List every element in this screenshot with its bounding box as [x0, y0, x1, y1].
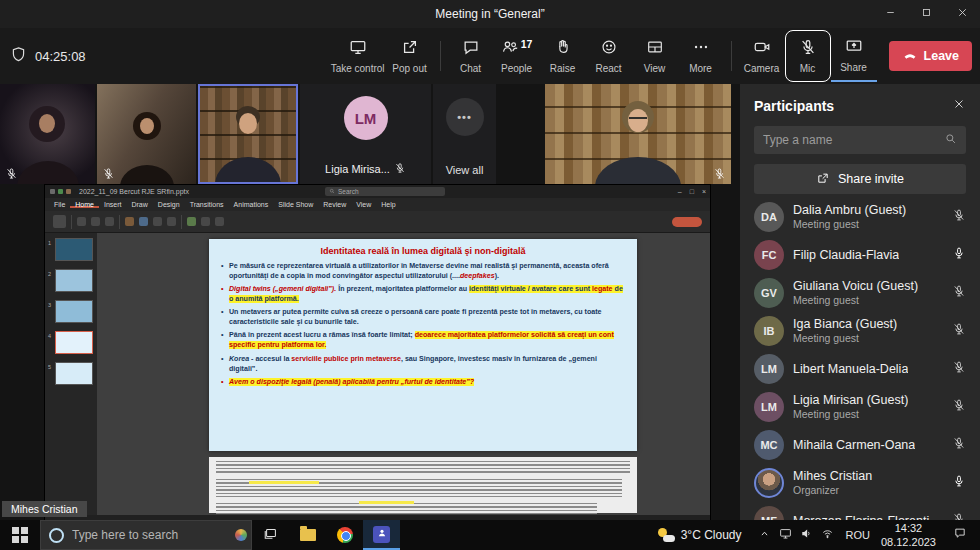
ribbon-tool[interactable] — [53, 215, 66, 228]
video-tile-participant-6[interactable] — [545, 84, 731, 184]
react-label: React — [595, 63, 621, 74]
tray-expand-icon[interactable] — [758, 526, 771, 544]
participant-avatar: IB — [754, 316, 784, 346]
ribbon-tool[interactable] — [105, 217, 114, 226]
ppt-window-controls[interactable]: –□× — [678, 185, 706, 198]
file-explorer-button[interactable] — [289, 520, 326, 550]
participant-avatar: MF — [754, 506, 784, 520]
mic-off-icon[interactable] — [952, 284, 966, 302]
undo-icon[interactable] — [66, 189, 71, 194]
participant-search-input[interactable] — [763, 133, 944, 147]
slide-thumbnail[interactable]: 5 — [55, 362, 93, 385]
mic-off-icon[interactable] — [952, 512, 966, 520]
share-button[interactable]: Share — [831, 30, 877, 82]
volume-icon[interactable] — [800, 526, 813, 544]
taskbar-search-box[interactable] — [40, 520, 252, 550]
mic-off-icon[interactable] — [952, 322, 966, 340]
raise-button[interactable]: Raise — [540, 30, 586, 82]
participant-row[interactable]: DADalia Ambru (Guest)Meeting guest — [740, 198, 980, 236]
mic-off-icon[interactable] — [952, 436, 966, 454]
ribbon-tool[interactable] — [201, 217, 210, 226]
ppt-tab-home[interactable]: Home — [70, 201, 99, 208]
participant-row[interactable]: IBIga Bianca (Guest)Meeting guest — [740, 312, 980, 350]
ribbon-tool[interactable] — [167, 217, 176, 226]
meeting-timer: 04:25:08 — [10, 28, 86, 84]
ppt-notes-pane[interactable] — [209, 457, 637, 513]
share-invite-button[interactable]: Share invite — [754, 164, 966, 194]
participant-row[interactable]: MCMihaila Carmen-Oana — [740, 426, 980, 464]
chrome-button[interactable] — [326, 520, 363, 550]
participant-search-box[interactable] — [754, 126, 966, 154]
ppt-tab-help[interactable]: Help — [376, 201, 400, 208]
participant-row[interactable]: GVGiuliana Voicu (Guest)Meeting guest — [740, 274, 980, 312]
ppt-tab-animations[interactable]: Animations — [229, 201, 274, 208]
participant-row[interactable]: FCFilip Claudia-Flavia — [740, 236, 980, 274]
ribbon-tool[interactable] — [215, 217, 224, 226]
people-button[interactable]: 17 People — [494, 30, 540, 82]
maximize-button[interactable] — [908, 0, 944, 28]
slide-thumbnail[interactable]: 4 — [55, 331, 93, 354]
mic-button[interactable]: Mic — [785, 30, 831, 82]
ribbon-tool[interactable] — [139, 217, 148, 226]
ribbon-tool[interactable] — [91, 217, 100, 226]
action-center-button[interactable] — [945, 526, 975, 544]
taskbar-search-input[interactable] — [72, 528, 227, 542]
ribbon-tool[interactable] — [125, 217, 134, 226]
pop-out-button[interactable]: Pop out — [387, 30, 433, 82]
minimize-button[interactable] — [872, 0, 908, 28]
close-panel-button[interactable] — [952, 97, 966, 115]
mic-off-icon[interactable] — [952, 208, 966, 226]
slide-thumbnail[interactable]: 3 — [55, 300, 93, 323]
ppt-tab-transitions[interactable]: Transitions — [185, 201, 229, 208]
leave-button[interactable]: Leave — [889, 41, 972, 71]
participant-row[interactable]: MFMorozan Florina-Florentina — [740, 502, 980, 520]
ppt-search-box[interactable]: Search — [325, 187, 445, 196]
mic-off-icon[interactable] — [952, 398, 966, 416]
ppt-tab-slide-show[interactable]: Slide Show — [273, 201, 318, 208]
view-all-tile[interactable]: ••• View all — [433, 84, 496, 184]
weather-widget[interactable]: 3°C Cloudy — [658, 528, 742, 542]
taskbar-clock[interactable]: 14:32 08.12.2023 — [881, 521, 936, 550]
ribbon-tool[interactable] — [77, 217, 86, 226]
react-button[interactable]: React — [586, 30, 632, 82]
view-button[interactable]: View — [632, 30, 678, 82]
ppt-tab-view[interactable]: View — [351, 201, 376, 208]
mic-on-icon[interactable] — [952, 246, 966, 264]
chrome-icon — [337, 527, 353, 543]
close-button[interactable] — [944, 0, 980, 28]
shared-screen[interactable]: 2022_11_09 Bercut RJE SRfin.pptx Search … — [45, 185, 710, 520]
save-icon[interactable] — [58, 189, 63, 194]
ppt-tab-draw[interactable]: Draw — [126, 201, 152, 208]
video-tile-active-speaker[interactable] — [198, 84, 298, 184]
autosave-icon[interactable] — [50, 189, 55, 194]
chat-button[interactable]: Chat — [448, 30, 494, 82]
ppt-tab-file[interactable]: File — [49, 201, 70, 208]
ppt-tab-insert[interactable]: Insert — [99, 201, 127, 208]
participant-row[interactable]: Mihes CristianOrganizer — [740, 464, 980, 502]
mic-off-icon[interactable] — [952, 360, 966, 378]
mic-off-icon — [5, 166, 18, 179]
ribbon-tool[interactable] — [153, 217, 162, 226]
start-button[interactable] — [0, 520, 40, 550]
language-indicator[interactable]: ROU — [843, 529, 871, 541]
ribbon-tool[interactable] — [187, 217, 196, 226]
video-tile-participant-2[interactable] — [97, 84, 196, 184]
slide-thumbnail[interactable]: 2 — [55, 269, 93, 292]
mic-off-icon — [713, 166, 726, 179]
slide-thumbnail[interactable]: 1 — [55, 238, 93, 261]
taskview-button[interactable] — [252, 520, 289, 550]
teams-button[interactable] — [363, 520, 400, 550]
participant-row[interactable]: LMLigia Mirisan (Guest)Meeting guest — [740, 388, 980, 426]
take-control-button[interactable]: Take control — [329, 30, 387, 82]
mic-on-icon[interactable] — [952, 474, 966, 492]
more-button[interactable]: More — [678, 30, 724, 82]
video-tile-ligia[interactable]: LM Ligia Mirisa... — [300, 84, 431, 184]
network-icon[interactable] — [821, 526, 834, 544]
ppt-tab-review[interactable]: Review — [318, 201, 351, 208]
video-tile-participant-1[interactable] — [0, 84, 95, 184]
display-tray-icon[interactable] — [779, 526, 792, 544]
ribbon-share-pill[interactable] — [672, 217, 702, 227]
participant-row[interactable]: LMLibert Manuela-Delia — [740, 350, 980, 388]
camera-button[interactable]: Camera — [739, 30, 785, 82]
ppt-tab-design[interactable]: Design — [153, 201, 185, 208]
